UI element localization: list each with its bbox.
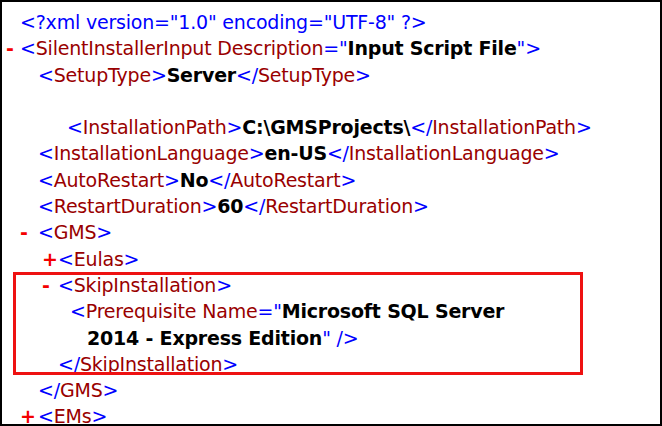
- xml-value: No: [180, 169, 209, 191]
- xml-punctuation: ">: [517, 37, 541, 59]
- xml-value: Input Script File: [348, 37, 517, 59]
- xml-line: </SkipInstallation>: [2, 351, 660, 377]
- collapse-icon[interactable]: -: [6, 35, 14, 61]
- xml-punctuation: >: [340, 169, 356, 191]
- xml-tag-name: InstallationLanguage: [54, 142, 249, 164]
- xml-line-content: <InstallationPath>C:\GMSProjects\</Insta…: [2, 116, 592, 138]
- xml-punctuation: <: [58, 274, 74, 296]
- xml-tag-name: AutoRestart: [230, 169, 340, 191]
- expand-icon[interactable]: +: [42, 246, 58, 272]
- xml-punctuation: <: [38, 195, 54, 217]
- xml-line: +<EMs>: [2, 403, 660, 426]
- xml-punctuation: >: [124, 248, 140, 270]
- xml-punctuation: " />: [322, 327, 358, 349]
- xml-tag-name: RestartDuration: [265, 195, 413, 217]
- xml-punctuation: >: [544, 142, 560, 164]
- xml-line: [2, 88, 660, 114]
- xml-tag-name: EMs: [54, 405, 92, 426]
- xml-line-content: <RestartDuration>60</RestartDuration>: [2, 195, 429, 217]
- xml-punctuation: >: [216, 274, 232, 296]
- xml-punctuation: <?xml version="1.0" encoding="UTF-8" ?>: [20, 11, 427, 33]
- xml-line-content: <Eulas>: [2, 248, 139, 270]
- expand-icon[interactable]: +: [20, 403, 36, 426]
- xml-tag-name: Eulas: [74, 248, 124, 270]
- xml-punctuation: >: [96, 221, 112, 243]
- xml-tag-name: RestartDuration: [54, 195, 202, 217]
- xml-punctuation: <: [70, 300, 86, 322]
- xml-punctuation: <: [67, 116, 83, 138]
- xml-tag-name: SetupType: [54, 64, 151, 86]
- xml-tag-name: SkipInstallation: [74, 274, 216, 296]
- xml-punctuation: <: [38, 405, 54, 426]
- xml-punctuation: </: [38, 379, 60, 401]
- xml-punctuation: >: [202, 195, 218, 217]
- xml-punctuation: <: [20, 37, 36, 59]
- xml-tag-name: Prerequisite: [86, 300, 197, 322]
- xml-line-content: <Prerequisite Name="Microsoft SQL Server: [2, 300, 504, 322]
- xml-line: 2014 - Express Edition" />: [2, 325, 660, 351]
- xml-tag-name: SilentInstallerInput: [36, 37, 212, 59]
- xml-value: en-US: [264, 142, 326, 164]
- xml-punctuation: >: [355, 64, 371, 86]
- xml-punctuation: <: [38, 142, 54, 164]
- xml-line: <Prerequisite Name="Microsoft SQL Server: [2, 298, 660, 324]
- xml-punctuation: >: [222, 353, 238, 375]
- xml-punctuation: >: [576, 116, 592, 138]
- xml-line-content: 2014 - Express Edition" />: [2, 327, 359, 349]
- xml-punctuation: <: [38, 64, 54, 86]
- xml-line: </GMS>: [2, 377, 660, 403]
- xml-punctuation: =": [257, 300, 281, 322]
- xml-line-content: <InstallationLanguage>en-US</Installatio…: [2, 142, 560, 164]
- xml-viewer: <?xml version="1.0" encoding="UTF-8" ?>-…: [0, 0, 662, 426]
- xml-punctuation: </: [208, 169, 230, 191]
- xml-line-content: <AutoRestart>No</AutoRestart>: [2, 169, 356, 191]
- xml-punctuation: >: [164, 169, 180, 191]
- xml-line: <RestartDuration>60</RestartDuration>: [2, 193, 660, 219]
- xml-line: <?xml version="1.0" encoding="UTF-8" ?>: [2, 9, 660, 35]
- xml-line: <InstallationPath>C:\GMSProjects\</Insta…: [2, 114, 660, 140]
- xml-punctuation: =": [323, 37, 347, 59]
- xml-tag-name: InstallationPath: [83, 116, 227, 138]
- xml-tag-name: InstallationPath: [432, 116, 576, 138]
- xml-punctuation: </: [243, 195, 265, 217]
- xml-punctuation: </: [236, 64, 258, 86]
- xml-tag-name: SetupType: [258, 64, 355, 86]
- xml-value: 60: [217, 195, 243, 217]
- xml-punctuation: >: [151, 64, 167, 86]
- xml-tag-name: Name: [202, 300, 257, 322]
- xml-tag-name: Description: [217, 37, 323, 59]
- xml-punctuation: </: [410, 116, 432, 138]
- xml-line-content: <SilentInstallerInput Description="Input…: [2, 37, 541, 59]
- collapse-icon[interactable]: -: [20, 219, 28, 245]
- xml-punctuation: >: [91, 405, 107, 426]
- xml-line-content: <SkipInstallation>: [2, 274, 232, 296]
- xml-value: Server: [167, 64, 236, 86]
- xml-line-content: </GMS>: [2, 379, 118, 401]
- xml-line: +<Eulas>: [2, 246, 660, 272]
- xml-value: 2014 - Express Edition: [87, 327, 322, 349]
- xml-punctuation: >: [227, 116, 243, 138]
- xml-line: <InstallationLanguage>en-US</Installatio…: [2, 140, 660, 166]
- xml-line: -<SkipInstallation>: [2, 272, 660, 298]
- xml-tag-name: SkipInstallation: [80, 353, 222, 375]
- xml-value: C:\GMSProjects\: [242, 116, 410, 138]
- xml-tag-name: InstallationLanguage: [349, 142, 544, 164]
- xml-punctuation: <: [38, 221, 54, 243]
- xml-line: <SetupType>Server</SetupType>: [2, 62, 660, 88]
- xml-tag-name: GMS: [54, 221, 97, 243]
- xml-punctuation: <: [38, 169, 54, 191]
- xml-punctuation: <: [58, 248, 74, 270]
- xml-punctuation: >: [103, 379, 119, 401]
- xml-punctuation: </: [327, 142, 349, 164]
- xml-line-content: <SetupType>Server</SetupType>: [2, 64, 371, 86]
- collapse-icon[interactable]: -: [42, 272, 50, 298]
- xml-line-content: <GMS>: [2, 221, 112, 243]
- xml-tag-name: AutoRestart: [54, 169, 164, 191]
- xml-line: -<SilentInstallerInput Description="Inpu…: [2, 35, 660, 61]
- xml-line-content: <?xml version="1.0" encoding="UTF-8" ?>: [2, 11, 427, 33]
- xml-tree: <?xml version="1.0" encoding="UTF-8" ?>-…: [2, 2, 660, 424]
- xml-punctuation: >: [249, 142, 265, 164]
- xml-tag-name: GMS: [60, 379, 103, 401]
- xml-value: Microsoft SQL Server: [282, 300, 505, 322]
- xml-punctuation: >: [413, 195, 429, 217]
